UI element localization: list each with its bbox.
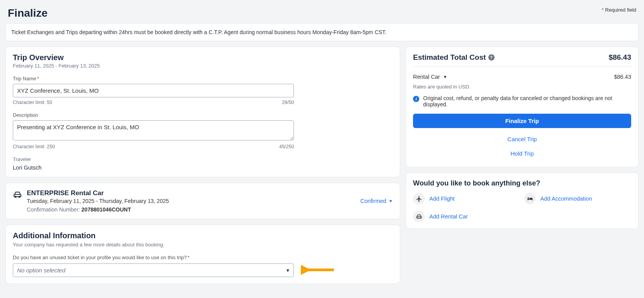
chevron-down-icon: ▼ bbox=[389, 199, 393, 203]
description-count: 45/250 bbox=[279, 144, 294, 149]
trip-overview-card: Trip Overview February 11, 2025 - Februa… bbox=[5, 47, 400, 177]
chevron-down-icon: ▼ bbox=[443, 74, 447, 79]
description-textarea[interactable]: Presenting at XYZ Conference in St. Loui… bbox=[13, 120, 294, 140]
traveler-name: Lori Gutsch bbox=[13, 165, 393, 171]
add-rental-car-button[interactable]: Add Rental Car bbox=[413, 211, 520, 222]
trip-name-limit: Character limit: 50 bbox=[13, 100, 52, 105]
description-label: Description bbox=[13, 112, 393, 118]
rental-line-item-value: $86.43 bbox=[614, 74, 631, 80]
additional-info-title: Additional Information bbox=[13, 231, 393, 240]
car-icon bbox=[413, 211, 425, 222]
page-title: Finalize bbox=[8, 7, 48, 19]
hold-trip-button[interactable]: Hold Trip bbox=[413, 146, 631, 161]
additional-info-card: Additional Information Your company has … bbox=[5, 225, 400, 284]
rental-line-item-toggle[interactable]: Rental Car ▼ bbox=[413, 74, 447, 80]
trip-name-label: Trip Name* bbox=[13, 76, 393, 81]
unused-ticket-question: Do you have an unused ticket in your pro… bbox=[13, 255, 393, 260]
traveler-label: Traveler bbox=[13, 156, 393, 162]
cost-info-text: Original cost, refund, or penalty data f… bbox=[423, 95, 631, 107]
estimated-cost-card: Estimated Total Cost ? $86.43 Rental Car… bbox=[406, 47, 639, 167]
help-icon[interactable]: ? bbox=[488, 54, 495, 61]
rental-dates: Tuesday, February 11, 2025 - Thursday, F… bbox=[27, 198, 169, 204]
additional-info-subtitle: Your company has requested a few more de… bbox=[13, 242, 393, 248]
book-more-card: Would you like to book anything else? Ad… bbox=[406, 173, 639, 229]
trip-overview-title: Trip Overview bbox=[13, 53, 393, 62]
add-flight-button[interactable]: Add Flight bbox=[413, 193, 520, 204]
unused-ticket-select[interactable]: No option selected bbox=[13, 263, 294, 277]
trip-date-range: February 11, 2025 - February 13, 2025 bbox=[13, 63, 393, 69]
description-limit: Character limit: 250 bbox=[13, 144, 55, 149]
cost-title: Estimated Total Cost bbox=[413, 53, 486, 62]
cancel-trip-button[interactable]: Cancel Trip bbox=[413, 132, 631, 146]
car-icon bbox=[13, 189, 22, 201]
rental-confirmation: Confirmation Number: 2078801046COUNT bbox=[27, 206, 169, 213]
rental-car-card: ENTERPRISE Rental Car Tuesday, February … bbox=[5, 183, 400, 219]
required-field-note: * Required field bbox=[602, 7, 636, 13]
rental-status-toggle[interactable]: Confirmed ▼ bbox=[360, 198, 393, 204]
add-accommodation-button[interactable]: Add Accommodation bbox=[524, 193, 631, 204]
finalize-trip-button[interactable]: Finalize Trip bbox=[413, 114, 631, 128]
rental-title: ENTERPRISE Rental Car bbox=[27, 189, 169, 197]
annotation-arrow-icon bbox=[301, 264, 336, 276]
booking-notice: Ticket Exchanges and Trips departing wit… bbox=[5, 23, 639, 41]
cost-total: $86.43 bbox=[609, 53, 631, 62]
book-more-title: Would you like to book anything else? bbox=[413, 179, 631, 187]
quote-currency-note: Rates are quoted in USD. bbox=[413, 84, 631, 90]
trip-name-count: 29/50 bbox=[282, 100, 294, 105]
bed-icon bbox=[524, 193, 536, 204]
airplane-icon bbox=[413, 193, 425, 204]
trip-name-input[interactable] bbox=[13, 84, 294, 97]
info-icon: i bbox=[413, 96, 419, 102]
